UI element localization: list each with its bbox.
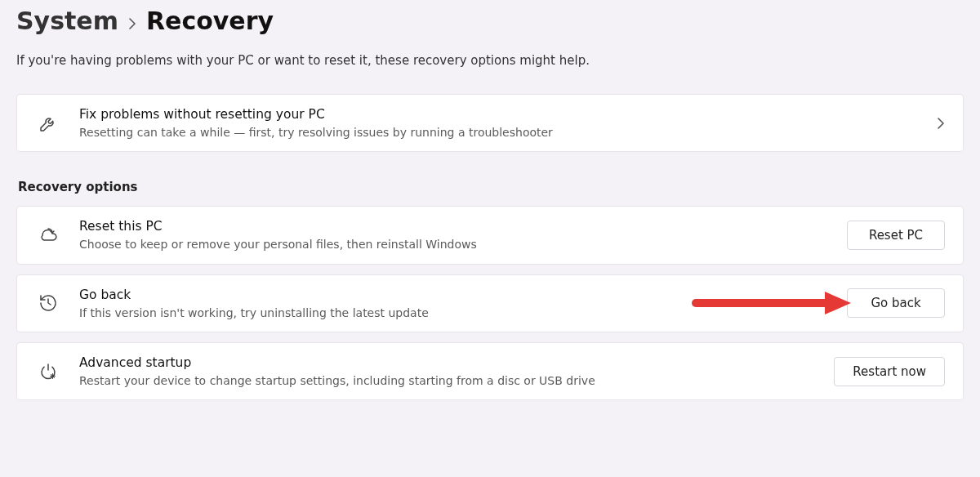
wrench-icon — [35, 114, 61, 133]
go-back-title: Go back — [79, 287, 847, 303]
reset-this-pc-title: Reset this PC — [79, 218, 847, 234]
cloud-reset-icon — [35, 226, 61, 244]
fix-problems-title: Fix problems without resetting your PC — [79, 106, 924, 123]
go-back-row: Go back If this version isn't working, t… — [16, 274, 964, 332]
advanced-startup-subtitle: Restart your device to change startup se… — [79, 373, 834, 388]
fix-problems-subtitle: Resetting can take a while — first, try … — [79, 125, 924, 140]
chevron-right-icon — [937, 118, 945, 129]
restart-now-button[interactable]: Restart now — [834, 357, 945, 386]
fix-problems-card[interactable]: Fix problems without resetting your PC R… — [16, 94, 964, 152]
history-icon — [35, 293, 61, 313]
breadcrumb-parent-system[interactable]: System — [16, 7, 118, 35]
chevron-right-icon — [128, 18, 136, 29]
recovery-settings-page: System Recovery If you're having problem… — [0, 0, 980, 400]
go-back-text: Go back If this version isn't working, t… — [79, 287, 847, 320]
recovery-options-heading: Recovery options — [18, 180, 964, 194]
intro-text: If you're having problems with your PC o… — [16, 53, 964, 68]
reset-this-pc-text: Reset this PC Choose to keep or remove y… — [79, 218, 847, 252]
fix-problems-text: Fix problems without resetting your PC R… — [79, 106, 924, 140]
advanced-startup-text: Advanced startup Restart your device to … — [79, 354, 834, 388]
go-back-subtitle: If this version isn't working, try unins… — [79, 305, 847, 320]
reset-this-pc-subtitle: Choose to keep or remove your personal f… — [79, 237, 847, 252]
reset-this-pc-row: Reset this PC Choose to keep or remove y… — [16, 206, 964, 264]
advanced-startup-row: Advanced startup Restart your device to … — [16, 342, 964, 400]
reset-pc-button[interactable]: Reset PC — [847, 221, 945, 250]
advanced-startup-title: Advanced startup — [79, 354, 834, 371]
breadcrumb: System Recovery — [16, 7, 964, 35]
power-gear-icon — [35, 362, 61, 381]
go-back-button[interactable]: Go back — [847, 288, 945, 318]
page-title: Recovery — [146, 7, 274, 35]
